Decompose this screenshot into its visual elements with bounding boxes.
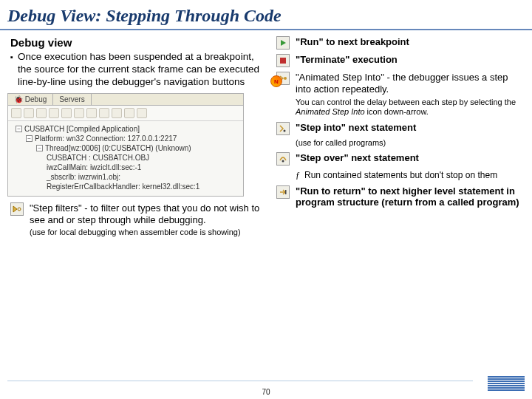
run-to-return-row: "Run to return" to next higher level sta… [276,185,525,208]
step-filters-text: "Step filters" - to filter out types tha… [30,202,269,227]
tab-debug: 🐞 Debug [8,94,53,105]
toolbar-icon [137,108,147,118]
toolbar-icon [99,108,109,118]
step-into-icon [276,122,290,135]
slide-title: Debug View: Stepping Through Code [0,0,532,30]
footer-rule [7,381,473,381]
step-filters-row: "Step filters" - to filter out types tha… [10,202,269,238]
animated-step-note: You can control the delay between each s… [276,98,525,117]
page-number: 70 [262,388,270,396]
screenshot-tabs: 🐞 Debug Servers [8,94,243,106]
svg-rect-9 [488,383,525,384]
toolbar-icon [11,108,21,118]
toolbar-icon [49,108,59,118]
terminate-icon [276,54,290,67]
toolbar-icon [86,108,97,118]
debug-view-screenshot: 🐞 Debug Servers −CUSBATCH [Compiled Appl… [7,93,244,197]
step-over-row: "Step over" next statement [276,152,525,166]
toolbar-icon [112,108,122,118]
toolbar-icon [124,108,134,118]
svg-rect-1 [280,58,286,64]
bullet-text: Once execution has been suspended at a b… [18,51,269,89]
screenshot-tree: −CUSBATCH [Compiled Application] −Platfo… [8,121,243,196]
toolbar-icon [24,108,34,118]
ibm-logo [488,376,525,395]
svg-rect-12 [488,389,525,391]
step-into-label: "Step into" next statement [296,122,416,133]
run-label: "Run" to next breakpoint [296,36,409,47]
step-over-icon [276,152,290,166]
step-filters-note: (use for local debugging when assembler … [30,228,269,237]
bullet-item: ▪ Once execution has been suspended at a… [10,51,269,89]
step-filters-icon [10,202,24,216]
svg-rect-5 [285,190,287,194]
svg-rect-6 [488,376,525,378]
svg-rect-8 [488,381,525,382]
content-area: Debug view ▪ Once execution has been sus… [0,30,532,237]
svg-rect-11 [488,387,525,389]
toolbar-icon [61,108,72,118]
svg-point-3 [284,129,286,132]
debug-view-heading: Debug view [10,36,269,49]
run-to-return-icon [276,185,290,199]
step-over-subnote: ƒ Run contained statements but don't sto… [276,170,525,181]
step-into-row: "Step into" next statement [276,122,525,135]
toolbar-icon [74,108,84,118]
svg-rect-7 [488,378,525,380]
screenshot-toolbar [8,106,243,121]
svg-rect-10 [488,385,525,386]
new-badge-icon: N [270,75,282,87]
run-icon [276,36,290,50]
footer: 70 [0,385,532,399]
svg-point-4 [282,160,284,162]
terminate-row: "Terminate" execution [276,54,525,67]
svg-point-2 [284,77,287,80]
tab-servers: Servers [53,94,91,105]
animated-step-row: N "Animated Step Into" - the debugger is… [276,72,525,95]
toolbar-icon [36,108,47,118]
right-column: "Run" to next breakpoint "Terminate" exe… [276,36,525,237]
bullet-marker: ▪ [10,51,13,89]
step-into-note: (use for called programs) [276,138,525,148]
animated-step-text: "Animated Step Into" - the debugger issu… [296,72,525,95]
svg-point-0 [18,208,21,211]
terminate-label: "Terminate" execution [296,54,398,65]
left-column: Debug view ▪ Once execution has been sus… [10,36,269,237]
run-to-return-label: "Run to return" to next higher level sta… [296,185,519,208]
step-over-label: "Step over" next statement [296,152,419,163]
run-row: "Run" to next breakpoint [276,36,525,50]
